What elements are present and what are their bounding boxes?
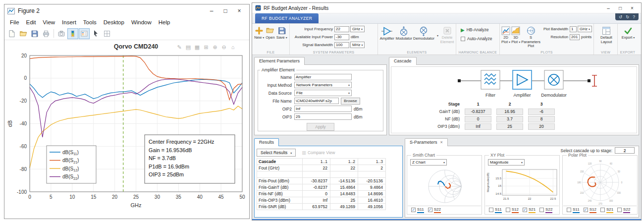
cascade-block-amplifier[interactable] [513, 70, 532, 89]
available-input-power-input[interactable] [334, 34, 349, 40]
smith-chart[interactable] [408, 167, 481, 205]
tab-s-parameters[interactable]: S-Parameters× [405, 138, 448, 146]
signal-bandwidth-input[interactable] [334, 42, 349, 48]
export-button[interactable]: Export▾ [619, 25, 637, 40]
axes-toolbar[interactable]: ✎▤▦⊞⊕⊖⌂ [177, 44, 234, 50]
smith-type-dropdown[interactable]: Z Chart▾ [410, 159, 447, 166]
close-tab-icon[interactable]: × [440, 139, 443, 146]
checkbox-s21[interactable]: S21 [600, 207, 613, 213]
open-button[interactable]: Open [266, 25, 274, 49]
data-source-select[interactable]: File▾ [294, 90, 352, 96]
close-icon[interactable]: × [232, 4, 246, 17]
checkbox-s12[interactable]: S12 [506, 207, 519, 213]
edit-plot-icon[interactable]: ✎ [177, 44, 181, 50]
save-figure-button[interactable] [29, 28, 40, 39]
checkbox-s22[interactable]: ✓S22 [428, 207, 441, 213]
default-layout-button[interactable]: Default Layout [595, 25, 617, 44]
cascade-block-demodulator[interactable] [544, 70, 563, 89]
checkbox-s22[interactable]: S22 [617, 207, 630, 213]
sparameter-chart[interactable]: 05101520253035404550200-20-40-60-80-100G… [5, 41, 249, 217]
annotation-box[interactable]: Center Frequency = 22GHzGain = 16.9536dB… [145, 135, 235, 183]
checkbox-s22[interactable]: S22 [539, 207, 552, 213]
menu-insert[interactable]: Insert [58, 19, 80, 25]
oip3-field[interactable] [294, 113, 352, 120]
tab-element-parameters[interactable]: Element Parameters [254, 57, 305, 65]
chart-legend[interactable]: dB(S11)dB(S21)dB(S12)dB(S22) [47, 146, 96, 183]
polar-plot[interactable]: 0306090120150180210240270300330 [563, 160, 637, 205]
plot-bandwidth-input[interactable] [570, 26, 577, 32]
redo-icon[interactable]: ↻ [626, 14, 629, 19]
table-row[interactable]: Friis-Pout (dBm)-30.8237-14.5136-20.5136 [257, 178, 386, 184]
cascade-diagram[interactable]: FilterAmplifierDemodulator [391, 68, 638, 100]
table-row[interactable]: Friis-OIP3 (dBm)Inf2516.4610 [257, 197, 386, 204]
checkbox-s11[interactable]: ✓S11 [411, 207, 424, 213]
zoom-out-icon[interactable]: ⊖ [221, 44, 226, 50]
stage-input[interactable] [615, 147, 635, 154]
s-parameters-plot-button[interactable]: S Parameters Plot [521, 25, 540, 49]
browse-button[interactable]: Browse [341, 98, 360, 105]
results-table[interactable]: Cascade1..11..21..3Fout (GHz)22222Friis-… [257, 158, 400, 215]
select-results-button[interactable]: Select Results▾ [257, 149, 296, 157]
apply-button[interactable]: Apply [307, 123, 334, 131]
open-file-button[interactable] [18, 28, 29, 39]
results-table-grid[interactable]: Cascade1..11..21..3Fout (GHz)22222Friis-… [257, 158, 386, 210]
new-button[interactable]: New▾ [254, 25, 264, 49]
menu-file[interactable]: File [6, 19, 23, 25]
tab-results[interactable]: Results [254, 138, 279, 146]
input-method-select[interactable]: Network Parameters▾ [294, 82, 352, 88]
maximize-icon[interactable]: □ [218, 4, 232, 17]
maximize-icon[interactable]: □ [614, 3, 626, 13]
hb-analyze-button[interactable]: ▶ HB-Analyze [458, 25, 498, 34]
elements-gallery-button[interactable]: ▾ [435, 25, 439, 45]
pointer-tool-button[interactable] [90, 28, 101, 39]
cascade-canvas[interactable]: FilterAmplifierDemodulator Stage123GainT… [391, 66, 637, 133]
table-row[interactable]: Fout (GHz)22222 [257, 165, 386, 171]
checkbox-s21[interactable]: ✓S21 [523, 207, 536, 213]
table-row[interactable]: Friis-SNR (dB)63.975249.126949.1056 [257, 204, 386, 210]
help-icon[interactable]: ? [633, 14, 635, 19]
save-button[interactable]: Save▾ [276, 25, 287, 49]
table-row[interactable]: Friis-GainT (dB)-0.823715.48649.4864 [257, 184, 386, 191]
3d-plot-button[interactable]: 3D Plot▾ [511, 25, 520, 44]
table-row[interactable]: Friis-NF (dB)014.848314.8696 [257, 191, 386, 197]
print-icon[interactable]: ▤ [186, 44, 191, 50]
table-row[interactable] [257, 171, 386, 178]
close-icon[interactable]: × [626, 3, 638, 13]
oip2-field[interactable] [294, 106, 352, 112]
plot-bandwidth-unit-select[interactable]: GHz▾ [578, 26, 592, 32]
checkbox-s12[interactable]: ✓S12 [584, 207, 596, 213]
menu-tools[interactable]: Tools [80, 19, 100, 25]
figure-titlebar[interactable]: Figure 2 – □ × [4, 4, 249, 17]
menu-desktop[interactable]: Desktop [100, 19, 128, 25]
resolution-input[interactable] [570, 34, 580, 40]
file-name-field[interactable] [294, 98, 339, 104]
amplifier-button[interactable]: Amplifier [379, 25, 395, 41]
compare-view-button[interactable]: ▥Compare View [302, 150, 335, 155]
signal-bandwidth-unit-select[interactable]: MHz▾ [350, 42, 365, 48]
delete-element-button[interactable]: Delete Element [440, 25, 454, 44]
insert-legend-button[interactable] [79, 28, 90, 39]
checkbox-s11[interactable]: S11 [567, 207, 580, 213]
demodulator-button[interactable]: Demodulator [413, 25, 434, 41]
modulator-button[interactable]: Modulator [396, 25, 412, 41]
tab-rf-budget-analyzer[interactable]: RF BUDGET ANALYZER [255, 13, 319, 23]
menu-view[interactable]: View [39, 19, 58, 25]
checkbox-s11[interactable]: S11 [489, 207, 502, 213]
copy-view-icon[interactable]: ▦ [195, 44, 200, 50]
minimize-icon[interactable]: – [205, 4, 218, 17]
print-figure-button[interactable] [41, 28, 52, 39]
zoom-in-icon[interactable]: ⊕ [213, 44, 217, 50]
home-icon[interactable]: ⌂ [231, 44, 235, 50]
app-titlebar[interactable]: RF Budget Analyzer - Results – □ × [252, 3, 641, 13]
auto-analyze-checkbox[interactable]: Auto-Analyze [458, 34, 498, 43]
name-field[interactable] [294, 74, 352, 80]
tab-cascade[interactable]: Cascade [389, 57, 417, 65]
cascade-block-filter[interactable] [481, 70, 500, 89]
pan-icon[interactable]: ⊞ [204, 44, 208, 50]
xy-plot[interactable]: 21.52222.514.51515.5Magnitude(dB) [485, 167, 559, 205]
snapshot-button[interactable] [56, 28, 67, 39]
menu-help[interactable]: Help [155, 19, 174, 25]
undo-icon[interactable]: ↺ [619, 14, 622, 19]
input-frequency-unit-select[interactable]: GHz▾ [350, 26, 365, 32]
new-figure-button[interactable] [6, 28, 17, 39]
